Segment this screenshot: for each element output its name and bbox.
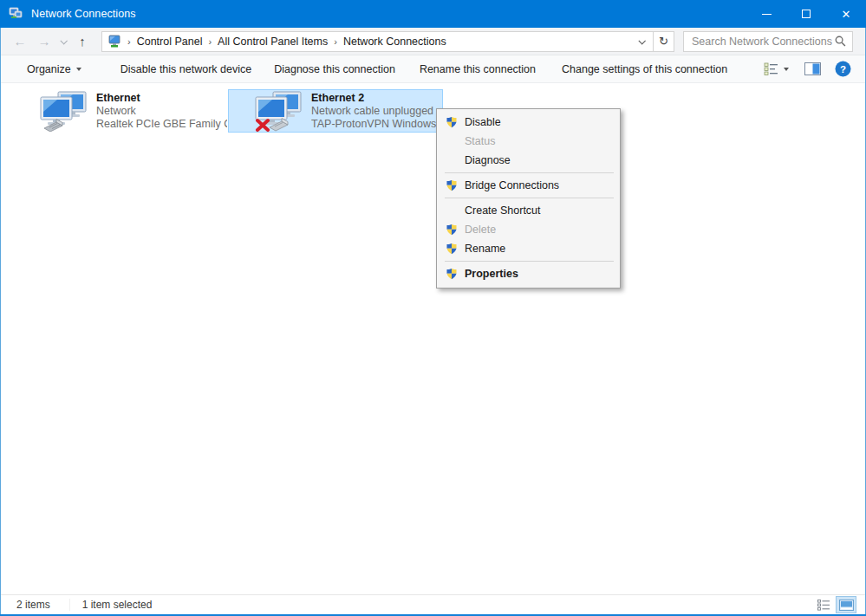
network-adapter-icon: [39, 91, 89, 132]
network-adapter-unplugged-icon: [254, 91, 304, 132]
close-icon: ✕: [842, 9, 851, 20]
connection-name: Ethernet 2: [311, 92, 442, 105]
list-view-icon: [817, 600, 830, 611]
list-view-toggle[interactable]: [813, 596, 834, 613]
search-box: [683, 31, 853, 52]
menu-separator: [445, 172, 614, 173]
menu-item-diagnose[interactable]: Diagnose: [437, 151, 620, 170]
minimize-icon: [762, 14, 772, 15]
connection-status: Network: [96, 105, 227, 118]
menu-icon-slot: [446, 153, 465, 167]
connection-tile-ethernet-2[interactable]: Ethernet 2 Network cable unplugged TAP-P…: [228, 89, 443, 133]
menu-item-rename[interactable]: Rename: [437, 239, 620, 258]
svg-text:?: ?: [840, 64, 846, 75]
connection-info: Ethernet Network Realtek PCIe GBE Family…: [96, 92, 227, 131]
menu-item-label: Create Shortcut: [465, 204, 541, 217]
minimize-button[interactable]: [746, 0, 786, 28]
menu-item-status: Status: [437, 132, 620, 151]
up-icon: ↑: [79, 35, 86, 48]
selection-count: 1 item selected: [69, 599, 153, 611]
rename-connection-command[interactable]: Rename this connection: [420, 63, 536, 75]
breadcrumb-separator: ›: [202, 36, 218, 47]
uac-shield-icon: [446, 242, 465, 256]
uac-shield-icon: [446, 178, 465, 192]
context-menu: Disable Status Diagnose Bridge Connectio…: [436, 108, 621, 289]
command-label: Rename this connection: [420, 63, 536, 75]
items-count: 2 items: [16, 599, 50, 611]
forward-icon: →: [38, 35, 51, 48]
menu-item-properties[interactable]: Properties: [437, 264, 620, 283]
disable-device-command[interactable]: Disable this network device: [120, 63, 251, 75]
forward-button[interactable]: →: [32, 30, 56, 53]
breadcrumb-separator: ›: [121, 36, 137, 47]
menu-item-bridge-connections[interactable]: Bridge Connections: [437, 176, 620, 195]
connection-device: TAP-ProtonVPN Windows ...: [311, 118, 442, 131]
connection-status: Network cable unplugged: [311, 105, 442, 118]
breadcrumb-separator: ›: [328, 36, 343, 47]
chevron-down-icon: [784, 68, 789, 71]
diagnose-connection-command[interactable]: Diagnose this connection: [274, 63, 395, 75]
uac-shield-icon: [446, 115, 465, 129]
address-bar[interactable]: › Control Panel › All Control Panel Item…: [101, 31, 654, 52]
menu-item-label: Delete: [465, 224, 496, 236]
help-icon: ?: [835, 61, 851, 77]
connections-list-area[interactable]: Ethernet Network Realtek PCIe GBE Family…: [1, 84, 865, 594]
search-input[interactable]: [692, 36, 834, 48]
menu-item-label: Rename: [465, 243, 505, 255]
refresh-icon: ↻: [659, 35, 668, 48]
connection-info: Ethernet 2 Network cable unplugged TAP-P…: [311, 92, 442, 131]
location-icon: [107, 35, 121, 49]
close-button[interactable]: ✕: [826, 0, 866, 28]
search-icon[interactable]: [834, 35, 847, 48]
navigation-bar: ← → ↑ › Control Panel › All Control Pane…: [1, 28, 865, 55]
menu-item-create-shortcut[interactable]: Create Shortcut: [437, 201, 620, 220]
menu-separator: [445, 198, 614, 198]
window-controls: ✕: [746, 0, 866, 28]
menu-item-label: Diagnose: [465, 154, 511, 166]
chevron-down-icon: [638, 37, 645, 44]
thumbnail-view-toggle[interactable]: [836, 596, 856, 613]
refresh-button[interactable]: ↻: [653, 31, 674, 52]
menu-separator: [445, 261, 614, 262]
back-button[interactable]: ←: [8, 30, 32, 53]
status-view-toggles: [811, 596, 865, 613]
red-x-unplugged-mark: [257, 120, 268, 130]
change-view-button[interactable]: [764, 62, 789, 75]
chevron-down-icon: [60, 37, 67, 44]
menu-item-label: Disable: [465, 116, 501, 128]
maximize-button[interactable]: [786, 0, 826, 28]
toolbar-right-group: ?: [764, 61, 865, 77]
preview-pane-button[interactable]: [804, 62, 821, 75]
details-view-icon: [764, 62, 778, 75]
menu-item-delete: Delete: [437, 220, 620, 239]
up-button[interactable]: ↑: [70, 30, 94, 53]
change-settings-command[interactable]: Change settings of this connection: [562, 63, 727, 75]
preview-pane-icon: [804, 62, 821, 75]
connection-device: Realtek PCIe GBE Family C...: [96, 118, 227, 131]
connection-tile-ethernet[interactable]: Ethernet Network Realtek PCIe GBE Family…: [13, 89, 228, 133]
maximize-icon: [802, 10, 811, 18]
organize-button[interactable]: Organize: [27, 63, 81, 75]
recent-locations-button[interactable]: [56, 30, 70, 53]
breadcrumb-network-connections[interactable]: Network Connections: [343, 36, 446, 48]
help-button[interactable]: ?: [835, 61, 851, 77]
command-label: Change settings of this connection: [562, 63, 727, 75]
menu-item-disable[interactable]: Disable: [437, 113, 620, 132]
menu-icon-slot: [446, 134, 465, 148]
breadcrumb-control-panel[interactable]: Control Panel: [137, 36, 203, 48]
command-label: Diagnose this connection: [274, 63, 395, 75]
title-bar: Network Connections ✕: [0, 0, 866, 28]
status-bar: 2 items 1 item selected: [1, 594, 865, 614]
thumbnail-view-icon: [839, 600, 854, 611]
menu-icon-slot: [446, 204, 465, 217]
menu-item-label: Status: [465, 135, 495, 147]
back-icon: ←: [14, 35, 27, 48]
window-border-left: [0, 28, 1, 616]
menu-item-label: Properties: [465, 268, 518, 280]
network-connections-app-icon: [9, 7, 23, 21]
address-dropdown-button[interactable]: [632, 32, 651, 51]
connection-name: Ethernet: [96, 92, 227, 105]
window-title: Network Connections: [31, 8, 136, 20]
menu-item-label: Bridge Connections: [465, 179, 559, 191]
breadcrumb-all-control-panel-items[interactable]: All Control Panel Items: [218, 36, 328, 48]
